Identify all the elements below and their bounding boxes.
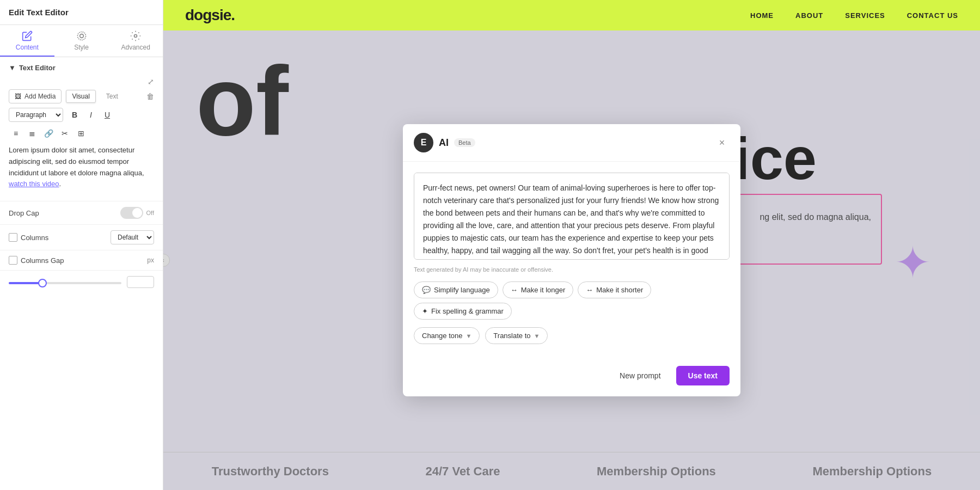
ai-actions: 💬 Simplify language ↔ Make it longer ↔ M… xyxy=(414,281,730,320)
tab-advanced-label: Advanced xyxy=(121,44,150,51)
tab-content-label: Content xyxy=(16,44,39,51)
editor-content: Lorem ipsum dolor sit amet, consectetur … xyxy=(9,145,154,190)
svg-point-2 xyxy=(134,35,137,38)
columns-row: Columns Default xyxy=(0,225,163,250)
nav-home[interactable]: HOME xyxy=(750,11,774,20)
shorter-icon: ↔ xyxy=(586,286,593,294)
table-button[interactable]: ⊞ xyxy=(74,126,88,140)
nav-contact[interactable]: CONTACT US xyxy=(907,11,958,20)
svg-point-1 xyxy=(77,32,85,40)
editor-toolbar: 🖼 Add Media Visual Text 🗑 xyxy=(9,89,154,103)
ai-modal: E AI Beta × Text generated by AI may be … xyxy=(403,124,740,396)
visual-btn[interactable]: Visual xyxy=(66,90,95,103)
modal-close-button[interactable]: × xyxy=(714,135,730,150)
ai-disclaimer: Text generated by AI may be inaccurate o… xyxy=(414,266,730,273)
nav-about[interactable]: ABOUT xyxy=(795,11,823,20)
logo: dogsie. xyxy=(185,7,235,24)
unordered-list-button[interactable]: ≡ xyxy=(9,126,23,140)
panel-tabs: Content Style Advanced xyxy=(0,25,163,57)
panel-header: Edit Text Editor xyxy=(0,0,163,25)
slider-row xyxy=(0,271,163,293)
panel-title: Edit Text Editor xyxy=(9,8,69,17)
edit-icon xyxy=(22,30,33,41)
translate-chevron-icon: ▼ xyxy=(534,333,540,339)
columns-gap-label: Columns Gap xyxy=(9,256,64,265)
list-buttons: ≡ ≣ 🔗 ✂ ⊞ xyxy=(9,126,154,140)
modal-logo: E xyxy=(414,133,433,152)
use-text-button[interactable]: Use text xyxy=(676,366,730,385)
toggle-knob xyxy=(132,208,142,218)
underline-button[interactable]: U xyxy=(100,108,114,122)
simplify-icon: 💬 xyxy=(422,286,431,294)
drop-cap-label: Drop Cap xyxy=(9,209,39,217)
editor-link[interactable]: watch this video xyxy=(9,180,59,188)
columns-select[interactable]: Default xyxy=(111,230,154,244)
tab-advanced[interactable]: Advanced xyxy=(108,25,163,57)
svg-point-0 xyxy=(79,34,83,38)
gear-icon xyxy=(130,30,141,41)
translate-to-dropdown[interactable]: Translate to ▼ xyxy=(485,327,548,344)
left-panel: Edit Text Editor Content Style Advanced … xyxy=(0,0,163,490)
tab-style-label: Style xyxy=(74,44,89,51)
text-editor-section: ▼ Text Editor ⤢ 🖼 Add Media Visual Text … xyxy=(0,57,163,201)
columns-gap-icon xyxy=(9,256,17,265)
slider-input[interactable] xyxy=(127,276,154,288)
top-nav: dogsie. HOME ABOUT SERVICES CONTACT US xyxy=(163,0,980,30)
nav-services[interactable]: SERVICES xyxy=(845,11,885,20)
longer-icon: ↔ xyxy=(511,286,518,294)
modal-header: E AI Beta × xyxy=(403,124,740,162)
drop-cap-toggle[interactable] xyxy=(120,207,143,219)
nav-links: HOME ABOUT SERVICES CONTACT US xyxy=(750,11,958,20)
format-buttons: B I U xyxy=(68,108,114,122)
format-toolbar: Paragraph B I U xyxy=(9,108,154,122)
paragraph-select[interactable]: Paragraph xyxy=(9,108,63,122)
ai-dropdowns: Change tone ▼ Translate to ▼ xyxy=(414,327,730,344)
add-media-button[interactable]: 🖼 Add Media xyxy=(9,89,62,103)
strikethrough-button[interactable]: ✂ xyxy=(58,126,72,140)
modal-title: AI xyxy=(439,137,449,149)
ordered-list-button[interactable]: ≣ xyxy=(25,126,39,140)
modal-footer: New prompt Use text xyxy=(403,366,740,396)
tone-chevron-icon: ▼ xyxy=(465,333,471,339)
make-shorter-button[interactable]: ↔ Make it shorter xyxy=(578,281,651,298)
slider-thumb[interactable] xyxy=(38,279,47,287)
beta-badge: Beta xyxy=(454,138,475,147)
section-arrow: ▼ xyxy=(9,64,16,72)
simplify-language-button[interactable]: 💬 Simplify language xyxy=(414,281,498,298)
tab-style[interactable]: Style xyxy=(54,25,109,57)
columns-icon xyxy=(9,233,17,242)
section-title: ▼ Text Editor xyxy=(9,64,154,72)
style-icon xyxy=(76,30,87,41)
new-prompt-button[interactable]: New prompt xyxy=(611,366,669,385)
bold-button[interactable]: B xyxy=(68,108,82,122)
expand-icon[interactable]: ⤢ xyxy=(148,77,154,86)
italic-button[interactable]: I xyxy=(84,108,98,122)
website-background: of vice ng elit, sed do magna aliqua, ✦ … xyxy=(163,30,980,490)
spelling-icon: ✦ xyxy=(422,307,428,315)
ai-text-area[interactable] xyxy=(414,173,730,260)
make-longer-button[interactable]: ↔ Make it longer xyxy=(503,281,574,298)
delete-icon[interactable]: 🗑 xyxy=(146,92,154,101)
add-media-icon: 🖼 xyxy=(15,93,21,100)
fix-spelling-button[interactable]: ✦ Fix spelling & grammar xyxy=(414,303,512,320)
text-btn[interactable]: Text xyxy=(100,90,124,103)
modal-overlay: E AI Beta × Text generated by AI may be … xyxy=(163,30,980,490)
columns-gap-row: Columns Gap px xyxy=(0,250,163,271)
columns-gap-unit: px xyxy=(147,256,154,264)
change-tone-dropdown[interactable]: Change tone ▼ xyxy=(414,327,480,344)
main-area: dogsie. HOME ABOUT SERVICES CONTACT US o… xyxy=(163,0,980,490)
drop-cap-row: Drop Cap Off xyxy=(0,201,163,225)
drop-cap-state: Off xyxy=(146,210,154,216)
modal-body: Text generated by AI may be inaccurate o… xyxy=(403,162,740,366)
link-button[interactable]: 🔗 xyxy=(41,126,56,140)
tab-content[interactable]: Content xyxy=(0,25,54,57)
columns-label: Columns xyxy=(9,233,48,242)
